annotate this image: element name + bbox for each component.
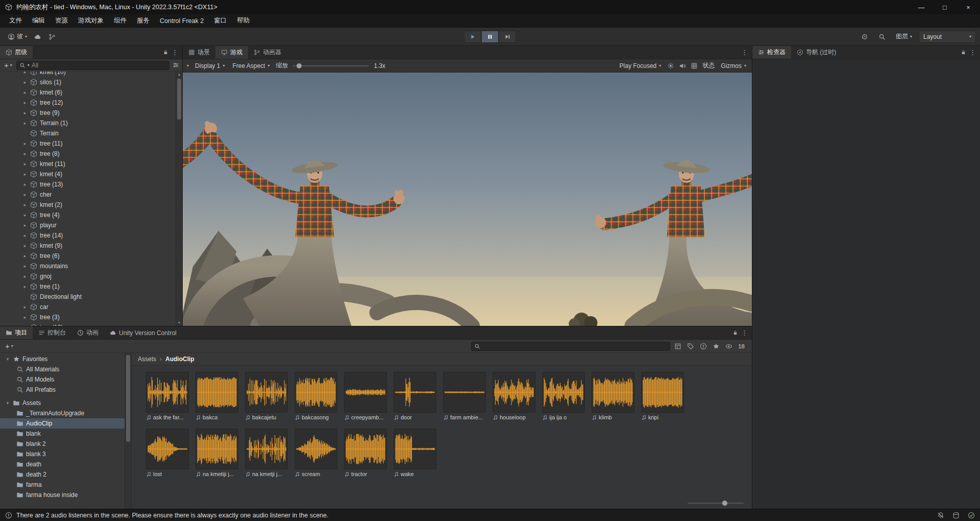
menu-item[interactable]: 帮助 (232, 14, 255, 27)
expand-arrow-icon[interactable]: ▸ (22, 254, 28, 258)
kebab-menu-icon[interactable]: ⋮ (739, 329, 750, 337)
hierarchy-item[interactable]: ▸Terrain (1) (0, 118, 182, 128)
play-button[interactable] (464, 31, 481, 43)
expand-arrow-icon[interactable]: ▸ (22, 152, 28, 156)
audio-clip-tile[interactable]: wake (394, 429, 438, 477)
expand-arrow-icon[interactable]: ▸ (22, 111, 28, 115)
hierarchy-item[interactable]: ▸silos (1) (0, 77, 182, 87)
hierarchy-item[interactable]: ▸tree (4) (0, 210, 182, 220)
hierarchy-item[interactable]: ▸Terrain (0, 128, 182, 138)
expand-arrow-icon[interactable]: ▸ (22, 101, 28, 105)
expand-arrow-icon[interactable]: ▸ (22, 72, 28, 75)
scroll-up-icon[interactable]: ▲ (176, 72, 182, 77)
lock-icon[interactable] (961, 50, 966, 55)
project-search-input[interactable] (471, 342, 670, 351)
hierarchy-search-input[interactable]: ▾ All (16, 61, 169, 70)
folder-item[interactable]: blank (0, 429, 131, 439)
expand-arrow-icon[interactable]: ▸ (22, 182, 28, 187)
assets-root[interactable]: ▾Assets (0, 398, 131, 408)
expand-arrow-icon[interactable]: ▸ (22, 121, 28, 126)
expand-arrow-icon[interactable]: ▸ (22, 315, 28, 320)
flare-toggle-icon[interactable] (667, 62, 674, 69)
expand-arrow-icon[interactable]: ▸ (22, 162, 28, 167)
lock-icon[interactable] (732, 330, 738, 336)
hierarchy-item[interactable]: ▸tree (11) (0, 138, 182, 149)
hierarchy-item[interactable]: ▸kmet (9) (0, 241, 182, 251)
stats-toggle[interactable]: 状态 (702, 61, 715, 70)
global-search-button[interactable] (875, 30, 889, 43)
audio-clip-tile[interactable]: klimb (592, 372, 636, 420)
cloud-button[interactable] (31, 30, 45, 43)
hierarchy-item[interactable]: ▸tree (3) (0, 312, 182, 322)
tab-project[interactable]: 项目 (0, 326, 33, 339)
audio-clip-tile[interactable]: ask the far... (146, 372, 191, 420)
expand-arrow-icon[interactable]: ▸ (22, 203, 28, 207)
account-button[interactable]: 彼 ▾ (4, 30, 31, 43)
menu-item[interactable]: 资源 (50, 14, 73, 27)
collapse-arrow-icon[interactable]: ▾ (5, 401, 10, 406)
kebab-menu-icon[interactable]: ⋮ (169, 49, 180, 56)
game-viewport[interactable] (183, 73, 752, 326)
notifications-muted-icon[interactable] (937, 512, 944, 519)
aspect-dropdown[interactable]: Free Aspect ▾ (231, 62, 271, 69)
hierarchy-item[interactable]: ▸tree (13) (0, 179, 182, 190)
menu-item[interactable]: 服务 (132, 14, 155, 27)
hierarchy-item[interactable]: ▸mountains (0, 261, 182, 271)
lock-icon[interactable] (163, 50, 168, 55)
zoom-slider-knob[interactable] (297, 63, 302, 68)
tab-animator[interactable]: 动画器 (248, 46, 287, 59)
audio-clip-tile[interactable]: bakca (195, 372, 240, 420)
play-focused-dropdown[interactable]: Play Focused ▾ (618, 62, 663, 69)
create-object-button[interactable]: + ▾ (3, 61, 13, 69)
tab-game[interactable]: 游戏 (215, 46, 248, 59)
tab-version-control[interactable]: Unity Version Control (104, 326, 182, 339)
expand-arrow-icon[interactable]: ▸ (22, 305, 28, 310)
expand-arrow-icon[interactable]: ▸ (22, 90, 28, 95)
expand-arrow-icon[interactable]: ▸ (22, 285, 28, 289)
gizmos-dropdown[interactable]: Gizmos ▾ (719, 62, 748, 69)
hidden-packages-icon[interactable] (700, 343, 707, 350)
hierarchy-item[interactable]: ▸kmet (6) (0, 87, 182, 98)
favorites-item[interactable]: All Prefabs (0, 385, 131, 395)
expand-arrow-icon[interactable]: ▸ (22, 274, 28, 279)
favorites-header[interactable]: ▾Favorites (0, 354, 131, 364)
folders-scrollbar[interactable] (125, 353, 131, 509)
audio-clip-tile[interactable]: farm ambie... (443, 372, 488, 420)
step-button[interactable] (499, 31, 516, 43)
audio-clip-tile[interactable]: lost (146, 429, 191, 477)
folder-item-selected[interactable]: AudioClip (0, 418, 131, 429)
undo-history-button[interactable] (857, 30, 872, 43)
audio-clip-tile[interactable]: scream (295, 429, 339, 477)
hierarchy-item[interactable]: ▸tree (12) (0, 98, 182, 108)
mute-audio-icon[interactable] (679, 62, 686, 69)
expand-arrow-icon[interactable]: ▸ (22, 223, 28, 228)
expand-arrow-icon[interactable]: ▸ (22, 193, 28, 197)
minimize-button[interactable]: — (910, 0, 933, 14)
menu-item[interactable]: 窗口 (209, 14, 232, 27)
pause-button[interactable] (481, 31, 499, 43)
game-view-dropdown-icon[interactable]: ▾ (187, 64, 189, 68)
tab-inspector[interactable]: 检查器 (752, 46, 791, 59)
hierarchy-item[interactable]: ▸tree (8) (0, 149, 182, 159)
folder-item[interactable]: farma (0, 480, 131, 490)
visibility-eye-icon[interactable] (725, 343, 732, 350)
close-button[interactable]: × (957, 0, 980, 14)
audio-clip-tile[interactable]: bakcasong (295, 372, 339, 420)
audio-clip-tile[interactable]: door (394, 372, 438, 420)
hierarchy-item[interactable]: ▸kmet (11) (0, 159, 182, 169)
folder-item[interactable]: death 2 (0, 469, 131, 480)
create-asset-button[interactable]: + ▾ (4, 342, 14, 350)
menu-item[interactable]: 组件 (109, 14, 132, 27)
expand-arrow-icon[interactable]: ▸ (22, 233, 28, 238)
hierarchy-item[interactable]: ▸cher (0, 190, 182, 200)
audio-clip-tile[interactable]: houseloop (493, 372, 537, 420)
favorite-search-icon[interactable] (713, 343, 720, 350)
favorites-item[interactable]: All Models (0, 374, 131, 385)
kebab-menu-icon[interactable]: ⋮ (739, 49, 750, 56)
thumbnail-zoom-knob[interactable] (722, 501, 727, 506)
hierarchy-item[interactable]: ▸kmet (2) (0, 200, 182, 210)
favorites-item[interactable]: All Materials (0, 364, 131, 374)
zoom-slider[interactable] (292, 65, 369, 66)
layers-dropdown[interactable]: 图层 ▾ (892, 30, 916, 43)
menu-item[interactable]: 编辑 (27, 14, 50, 27)
